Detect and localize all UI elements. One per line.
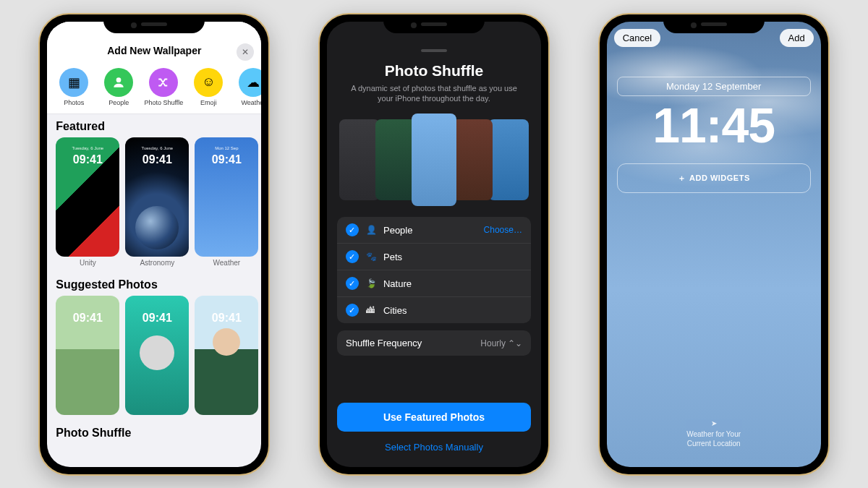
sheet-grabber[interactable]	[421, 49, 447, 52]
lockscreen-date[interactable]: Monday 12 September	[617, 77, 811, 96]
photo-shuffle-screen: Photo Shuffle A dynamic set of photos th…	[327, 22, 541, 467]
featured-unity[interactable]: Tuesday, 6 June09:41 Unity	[56, 137, 119, 267]
lockscreen-editor: Cancel Add Monday 12 September 11:45 ＋ A…	[607, 22, 821, 467]
add-button[interactable]: Add	[780, 29, 814, 47]
weather-caption: ➤ Weather for Your Current Location	[607, 419, 821, 448]
category-row[interactable]: ▦Photos People Photo Shuffle ☺Emoji ☁Wea…	[47, 62, 261, 115]
location-icon: ➤	[607, 419, 821, 428]
option-nature[interactable]: ✓ 🍃 Nature	[337, 270, 531, 297]
category-options: ✓ 👤 People Choose… ✓ 🐾 Pets ✓ 🍃 Nature ✓…	[337, 217, 531, 323]
emoji-icon: ☺	[194, 68, 223, 97]
chevron-updown-icon: ⌃⌄	[508, 338, 522, 348]
check-icon: ✓	[346, 277, 359, 290]
option-label: Nature	[383, 278, 412, 289]
featured-astronomy[interactable]: Tuesday, 6 June09:41 Astronomy	[125, 137, 189, 267]
sheet-title: Add New Wallpaper	[107, 45, 201, 56]
category-weather[interactable]: ☁Weather	[234, 68, 261, 107]
featured-title: Featured	[56, 120, 252, 133]
cancel-button[interactable]: Cancel	[614, 29, 660, 47]
check-icon: ✓	[346, 250, 359, 263]
close-button[interactable]: ✕	[237, 43, 254, 61]
preview-tile	[452, 119, 493, 200]
shuffle-icon	[149, 68, 178, 97]
preview-tile-main	[412, 114, 456, 206]
option-label: Pets	[383, 252, 402, 262]
frequency-value: Hourly ⌃⌄	[480, 338, 522, 348]
weather-icon: ☁	[239, 68, 261, 97]
add-widgets-label: ADD WIDGETS	[689, 174, 750, 182]
photo-shuffle-title: Photo Shuffle	[337, 62, 531, 80]
preview-tile	[375, 119, 416, 200]
people-icon	[104, 68, 133, 97]
option-label: People	[383, 225, 412, 236]
option-cities[interactable]: ✓ 🏙 Cities	[337, 297, 531, 323]
shuffle-section: Photo Shuffle	[47, 421, 261, 450]
shuffle-frequency-row[interactable]: Shuffle Frequency Hourly ⌃⌄	[337, 330, 531, 356]
plus-icon: ＋	[678, 173, 686, 184]
frequency-label: Shuffle Frequency	[346, 338, 422, 348]
people-icon: 👤	[366, 225, 378, 235]
featured-thumbs[interactable]: Tuesday, 6 June09:41 Unity Tuesday, 6 Ju…	[56, 137, 252, 267]
featured-weather[interactable]: Mon 12 Sep09:41 Weather	[195, 137, 258, 267]
photo-shuffle-subtitle: A dynamic set of photos that shuffle as …	[337, 83, 531, 114]
option-people[interactable]: ✓ 👤 People Choose…	[337, 217, 531, 244]
check-icon: ✓	[346, 304, 359, 317]
select-manually-link[interactable]: Select Photos Manually	[337, 437, 531, 457]
option-pets[interactable]: ✓ 🐾 Pets	[337, 244, 531, 270]
suggested-photo-1[interactable]: 09:41	[56, 296, 119, 415]
cities-icon: 🏙	[366, 305, 378, 315]
category-people[interactable]: People	[99, 68, 138, 107]
suggested-thumbs[interactable]: 09:41 09:41 09:41	[56, 296, 252, 415]
shuffle-title: Photo Shuffle	[56, 427, 252, 440]
nature-icon: 🍃	[366, 278, 378, 288]
suggested-title: Suggested Photos	[56, 278, 252, 291]
notch	[103, 14, 205, 33]
notch	[383, 14, 485, 33]
add-wallpaper-screen: Add New Wallpaper ✕ ▦Photos People Photo…	[47, 22, 261, 467]
check-icon: ✓	[346, 223, 359, 236]
lockscreen-time[interactable]: 11:45	[607, 97, 821, 153]
close-icon: ✕	[242, 47, 249, 57]
suggested-photo-3[interactable]: 09:41	[195, 296, 258, 415]
choose-link[interactable]: Choose…	[484, 225, 522, 235]
option-label: Cities	[383, 305, 407, 316]
suggested-section: Suggested Photos 09:41 09:41 09:41	[47, 273, 261, 421]
category-emoji[interactable]: ☺Emoji	[189, 68, 228, 107]
add-widgets-button[interactable]: ＋ ADD WIDGETS	[617, 163, 811, 193]
suggested-photo-2[interactable]: 09:41	[125, 296, 189, 415]
notch	[663, 14, 765, 33]
preview-tile	[339, 119, 380, 200]
phone-mockup-2: Photo Shuffle A dynamic set of photos th…	[318, 13, 550, 476]
svg-point-0	[116, 77, 122, 82]
category-shuffle[interactable]: Photo Shuffle	[144, 68, 183, 107]
use-featured-button[interactable]: Use Featured Photos	[337, 403, 531, 432]
category-photos[interactable]: ▦Photos	[54, 68, 93, 107]
pets-icon: 🐾	[366, 252, 378, 262]
photos-icon: ▦	[59, 68, 88, 97]
phone-mockup-3: Cancel Add Monday 12 September 11:45 ＋ A…	[598, 13, 830, 476]
featured-section: Featured Tuesday, 6 June09:41 Unity Tues…	[47, 114, 261, 273]
phone-mockup-1: Add New Wallpaper ✕ ▦Photos People Photo…	[38, 13, 270, 476]
preview-tiles	[337, 113, 531, 207]
preview-tile	[488, 119, 529, 200]
